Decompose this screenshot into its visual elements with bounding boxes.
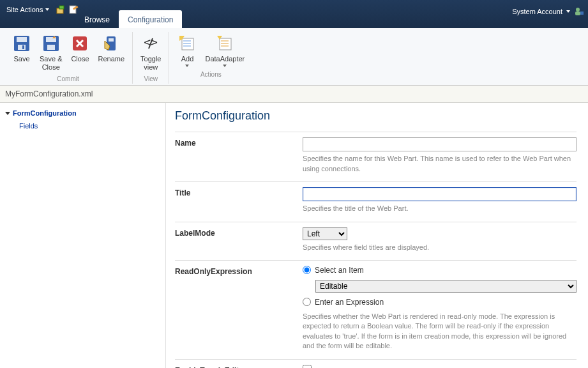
tree-child-fields[interactable]: Fields	[19, 122, 160, 130]
svg-point-4	[576, 8, 580, 12]
ribbon-group-commit: Save Save & Close Close Rename Commit	[4, 32, 133, 84]
svg-rect-16	[109, 38, 114, 42]
help-text: Specifies the title of the Web Part.	[303, 204, 577, 213]
top-bar: Site Actions Browse Configuration System…	[0, 0, 588, 28]
rename-icon	[101, 33, 121, 54]
chevron-down-icon	[223, 65, 227, 67]
field-name: Name Specifies the name for this Web Par…	[175, 132, 577, 181]
save-close-icon	[41, 33, 61, 54]
page-title: FormConfiguration	[175, 109, 577, 123]
chevron-down-icon	[185, 65, 189, 67]
svg-rect-8	[17, 37, 27, 42]
ribbon-group-label: View	[144, 75, 158, 84]
title-input[interactable]	[303, 187, 577, 201]
radio-enter-expression[interactable]	[303, 298, 311, 306]
svg-rect-9	[18, 45, 26, 50]
field-label: EnableToggleEdit	[175, 365, 303, 369]
save-close-button[interactable]: Save & Close	[37, 32, 64, 73]
help-text: Specifies where field titles are display…	[303, 243, 577, 252]
ribbon: Save Save & Close Close Rename Commit <>…	[0, 28, 588, 86]
radio-label: Enter an Expression	[315, 298, 384, 307]
chevron-down-icon	[566, 10, 570, 13]
svg-rect-22	[220, 38, 231, 50]
breadcrumb-file: MyFormConfiguration.xml	[5, 89, 93, 98]
field-labelmode: LabelMode Left Specifies where field tit…	[175, 222, 577, 260]
content: FormConfiguration Name Specifies the nam…	[166, 103, 588, 368]
toggle-view-button[interactable]: <> Toggle view	[138, 32, 163, 73]
svg-rect-10	[22, 45, 24, 49]
svg-rect-6	[580, 12, 584, 15]
field-title: Title Specifies the title of the Web Par…	[175, 181, 577, 221]
save-icon	[11, 33, 32, 54]
enabletoggle-checkbox[interactable]	[303, 365, 312, 369]
field-label: ReadOnlyExpression	[175, 266, 303, 351]
labelmode-select[interactable]: Left	[303, 227, 347, 240]
tree-root-formconfiguration[interactable]: FormConfiguration	[5, 109, 160, 117]
field-enabletoggleedit: EnableToggleEdit Specifies whether users…	[175, 359, 577, 369]
site-actions-label: Site Actions	[6, 6, 43, 13]
svg-rect-5	[575, 12, 580, 15]
ribbon-group-view: <> Toggle view View	[133, 32, 169, 84]
field-label: Name	[175, 137, 303, 174]
tab-browse[interactable]: Browse	[75, 10, 119, 28]
close-button[interactable]: Close	[67, 32, 93, 73]
help-text: Specifies the name for this Web Part. Th…	[303, 154, 577, 174]
data-adapter-button[interactable]: DataAdapter	[202, 32, 247, 68]
svg-rect-18	[182, 38, 193, 50]
save-button[interactable]: Save	[9, 32, 34, 73]
name-input[interactable]	[303, 137, 577, 151]
field-readonlyexpression: ReadOnlyExpression Select an Item Editab…	[175, 260, 577, 359]
ribbon-group-label: Commit	[57, 75, 79, 84]
site-actions-button[interactable]: Site Actions	[3, 4, 53, 15]
tree-root-label: FormConfiguration	[13, 109, 77, 117]
tab-configuration[interactable]: Configuration	[119, 10, 182, 28]
data-adapter-icon	[215, 33, 235, 54]
radio-label: Select an Item	[315, 266, 364, 275]
breadcrumb: MyFormConfiguration.xml	[0, 86, 588, 103]
account-label[interactable]: System Account	[512, 8, 562, 15]
add-button[interactable]: Add	[174, 32, 200, 68]
ribbon-group-actions: Add DataAdapter Actions	[169, 32, 252, 84]
nav-up-icon[interactable]	[56, 4, 66, 15]
expand-icon	[5, 112, 10, 115]
add-icon	[177, 33, 197, 54]
readonly-item-select[interactable]: Editable	[315, 280, 577, 293]
ribbon-group-label: Actions	[200, 71, 222, 79]
code-icon: <>	[140, 33, 161, 54]
svg-rect-13	[47, 45, 55, 50]
rename-button[interactable]: Rename	[95, 32, 127, 73]
chevron-down-icon	[45, 8, 49, 11]
field-label: Title	[175, 187, 303, 213]
field-label: LabelMode	[175, 227, 303, 252]
svg-rect-1	[59, 6, 64, 9]
close-icon	[70, 33, 90, 54]
help-text: Specifies whether the Web Part is render…	[303, 312, 577, 351]
radio-select-item[interactable]	[303, 266, 311, 274]
user-icon[interactable]	[574, 6, 584, 17]
sidebar: FormConfiguration Fields	[0, 103, 166, 368]
